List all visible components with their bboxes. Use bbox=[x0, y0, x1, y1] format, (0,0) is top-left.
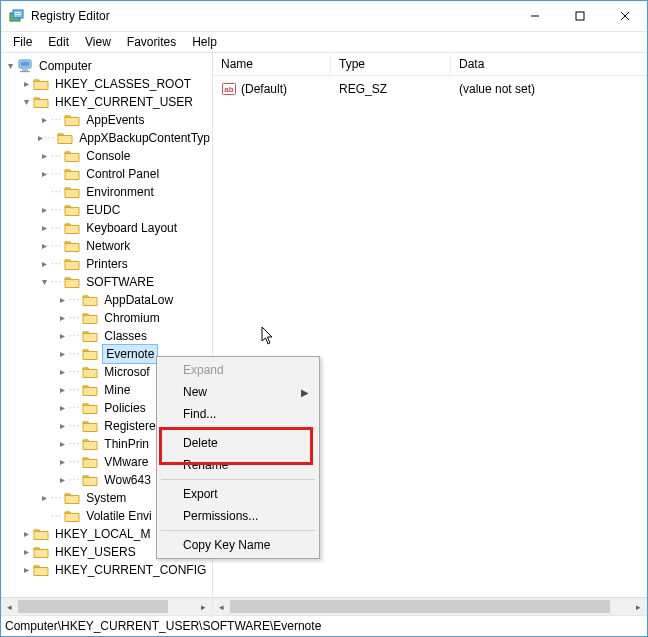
folder-icon bbox=[64, 275, 80, 289]
tree-node[interactable]: ▸HKEY_CURRENT_CONFIG bbox=[1, 561, 212, 579]
context-menu-export[interactable]: Export bbox=[159, 483, 317, 505]
chevron-right-icon[interactable]: ▸ bbox=[19, 543, 33, 561]
tree-connector: ··· bbox=[69, 417, 80, 435]
tree-node[interactable]: ▸···AppDataLow bbox=[1, 291, 212, 309]
context-menu-delete[interactable]: Delete bbox=[159, 432, 317, 454]
svg-rect-10 bbox=[22, 69, 28, 71]
tree-node[interactable]: ▸···Control Panel bbox=[1, 165, 212, 183]
context-menu-new[interactable]: New▶ bbox=[159, 381, 317, 403]
chevron-right-icon[interactable]: ▸ bbox=[37, 147, 51, 165]
menu-edit[interactable]: Edit bbox=[40, 33, 77, 51]
chevron-right-icon[interactable]: ▸ bbox=[55, 453, 69, 471]
chevron-right-icon[interactable]: ▸ bbox=[55, 399, 69, 417]
minimize-button[interactable] bbox=[512, 1, 557, 31]
tree-node[interactable]: ▸···EUDC bbox=[1, 201, 212, 219]
context-menu-permissions[interactable]: Permissions... bbox=[159, 505, 317, 527]
tree-connector: ··· bbox=[69, 453, 80, 471]
tree-node[interactable]: ▾···SOFTWARE bbox=[1, 273, 212, 291]
values-hscrollbar[interactable]: ◂ ▸ bbox=[213, 597, 647, 615]
folder-icon bbox=[64, 239, 80, 253]
tree-node[interactable]: ▸···Console bbox=[1, 147, 212, 165]
tree-node[interactable]: ▸···Chromium bbox=[1, 309, 212, 327]
context-menu-copy-key-name[interactable]: Copy Key Name bbox=[159, 534, 317, 556]
tree-node-label: HKEY_LOCAL_M bbox=[53, 525, 152, 543]
context-menu-item-label: Copy Key Name bbox=[183, 538, 270, 552]
context-menu-separator bbox=[161, 428, 315, 429]
folder-icon bbox=[82, 401, 98, 415]
tree-node[interactable]: ▸···Network bbox=[1, 237, 212, 255]
scroll-thumb[interactable] bbox=[230, 600, 610, 613]
scroll-left-icon[interactable]: ◂ bbox=[213, 598, 230, 615]
chevron-right-icon[interactable]: ▸ bbox=[37, 111, 51, 129]
titlebar: Registry Editor bbox=[1, 1, 647, 32]
menu-view[interactable]: View bbox=[77, 33, 119, 51]
tree-node-label: Registere bbox=[102, 417, 157, 435]
scroll-right-icon[interactable]: ▸ bbox=[630, 598, 647, 615]
folder-icon bbox=[82, 383, 98, 397]
main-split: ▾Computer▸HKEY_CLASSES_ROOT▾HKEY_CURRENT… bbox=[1, 53, 647, 615]
tree-node[interactable]: ···Environment bbox=[1, 183, 212, 201]
column-name[interactable]: Name bbox=[213, 53, 331, 75]
window-title: Registry Editor bbox=[31, 9, 512, 23]
scroll-right-icon[interactable]: ▸ bbox=[195, 598, 212, 615]
folder-icon bbox=[33, 563, 49, 577]
chevron-right-icon[interactable]: ▸ bbox=[55, 435, 69, 453]
tree-node-computer[interactable]: ▾Computer bbox=[1, 57, 212, 75]
svg-text:ab: ab bbox=[224, 85, 233, 94]
tree-node[interactable]: ▾HKEY_CURRENT_USER bbox=[1, 93, 212, 111]
chevron-right-icon[interactable]: ▸ bbox=[37, 219, 51, 237]
chevron-right-icon[interactable]: ▸ bbox=[55, 345, 69, 363]
chevron-right-icon[interactable]: ▸ bbox=[37, 489, 51, 507]
menu-file[interactable]: File bbox=[5, 33, 40, 51]
tree-node[interactable]: ▸···Keyboard Layout bbox=[1, 219, 212, 237]
close-button[interactable] bbox=[602, 1, 647, 31]
chevron-down-icon[interactable]: ▾ bbox=[3, 57, 17, 75]
context-menu-find[interactable]: Find... bbox=[159, 403, 317, 425]
tree-node-label: AppEvents bbox=[84, 111, 146, 129]
value-row[interactable]: ab (Default) REG_SZ (value not set) bbox=[213, 80, 647, 98]
scroll-thumb[interactable] bbox=[18, 600, 168, 613]
chevron-right-icon[interactable]: ▸ bbox=[37, 165, 51, 183]
chevron-right-icon[interactable]: ▸ bbox=[19, 75, 33, 93]
tree-node-label: AppDataLow bbox=[102, 291, 175, 309]
chevron-right-icon[interactable]: ▸ bbox=[19, 525, 33, 543]
maximize-button[interactable] bbox=[557, 1, 602, 31]
column-data[interactable]: Data bbox=[451, 53, 647, 75]
chevron-right-icon[interactable]: ▸ bbox=[37, 129, 44, 147]
chevron-right-icon[interactable]: ▸ bbox=[55, 327, 69, 345]
chevron-right-icon[interactable]: ▸ bbox=[37, 201, 51, 219]
context-menu-item-label: Find... bbox=[183, 407, 216, 421]
chevron-right-icon[interactable]: ▸ bbox=[55, 291, 69, 309]
tree-node[interactable]: ▸···Classes bbox=[1, 327, 212, 345]
tree-node-label: Microsof bbox=[102, 363, 151, 381]
chevron-right-icon[interactable]: ▸ bbox=[55, 417, 69, 435]
context-menu-rename[interactable]: Rename bbox=[159, 454, 317, 476]
menu-favorites[interactable]: Favorites bbox=[119, 33, 184, 51]
chevron-right-icon[interactable]: ▸ bbox=[37, 237, 51, 255]
folder-icon bbox=[82, 365, 98, 379]
tree-node-label: SOFTWARE bbox=[84, 273, 156, 291]
chevron-down-icon[interactable]: ▾ bbox=[19, 93, 33, 111]
folder-icon bbox=[82, 437, 98, 451]
scroll-left-icon[interactable]: ◂ bbox=[1, 598, 18, 615]
tree-node-label: ThinPrin bbox=[102, 435, 151, 453]
column-type[interactable]: Type bbox=[331, 53, 451, 75]
chevron-right-icon[interactable]: ▸ bbox=[55, 471, 69, 489]
tree-connector: ··· bbox=[51, 201, 62, 219]
folder-icon bbox=[64, 149, 80, 163]
tree-node[interactable]: ▸···AppEvents bbox=[1, 111, 212, 129]
tree-node[interactable]: ▸···AppXBackupContentTyp bbox=[1, 129, 212, 147]
chevron-right-icon[interactable]: ▸ bbox=[55, 381, 69, 399]
chevron-right-icon[interactable]: ▸ bbox=[19, 561, 33, 579]
tree-node[interactable]: ▸···Printers bbox=[1, 255, 212, 273]
chevron-right-icon[interactable]: ▸ bbox=[55, 363, 69, 381]
menu-help[interactable]: Help bbox=[184, 33, 225, 51]
tree-hscrollbar[interactable]: ◂ ▸ bbox=[1, 597, 212, 615]
tree-node-label: Volatile Envi bbox=[84, 507, 153, 525]
folder-icon bbox=[82, 419, 98, 433]
tree-node-label: Classes bbox=[102, 327, 149, 345]
tree-node[interactable]: ▸HKEY_CLASSES_ROOT bbox=[1, 75, 212, 93]
chevron-down-icon[interactable]: ▾ bbox=[37, 273, 51, 291]
chevron-right-icon[interactable]: ▸ bbox=[55, 309, 69, 327]
chevron-right-icon[interactable]: ▸ bbox=[37, 255, 51, 273]
